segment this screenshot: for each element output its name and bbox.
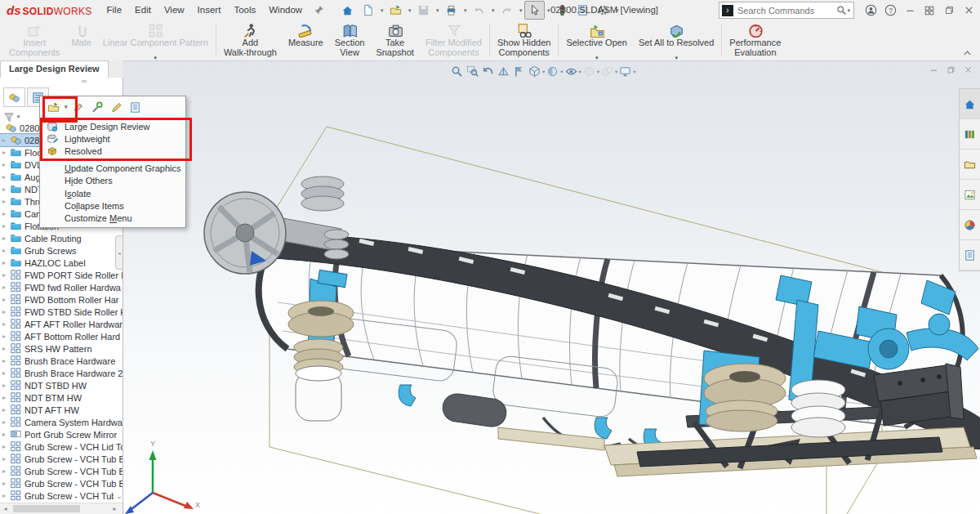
new-document-button[interactable] bbox=[358, 1, 378, 20]
search-dropdown-icon[interactable]: ▾ bbox=[847, 7, 850, 14]
set-all-to-resolved-button[interactable]: Set All to Resolved ▾ bbox=[633, 20, 719, 60]
tree-item[interactable]: ▸ Cable Routing bbox=[0, 232, 122, 244]
tree-item[interactable]: ▸ FWD fwd Roller Hardwa bbox=[0, 281, 122, 293]
select-button[interactable] bbox=[524, 1, 545, 20]
zoom-to-area-button[interactable] bbox=[465, 65, 480, 78]
doc-close-button[interactable] bbox=[960, 63, 977, 77]
filter-modified-components-button[interactable]: Filter Modified Components bbox=[420, 20, 488, 60]
filter-icon[interactable] bbox=[4, 112, 15, 123]
panel-splitter-handle[interactable] bbox=[82, 80, 87, 83]
context-menu-item[interactable]: Customize Menu bbox=[40, 212, 185, 225]
expand-arrow-icon[interactable]: ▸ bbox=[2, 281, 11, 293]
command-search[interactable]: › ▾ bbox=[719, 2, 854, 19]
tree-item[interactable]: ▸ Grub Screw - VCH Lid To bbox=[0, 440, 122, 453]
hide-show-items-button[interactable] bbox=[564, 65, 579, 78]
edit-tools-button[interactable] bbox=[90, 100, 105, 115]
tree-item[interactable]: ▸ FWD PORT Side Roller H bbox=[0, 269, 122, 281]
apply-scene-button[interactable] bbox=[599, 65, 615, 78]
design-library-button[interactable] bbox=[960, 119, 980, 150]
open-component-button[interactable] bbox=[46, 100, 61, 115]
restore-button[interactable] bbox=[939, 1, 959, 20]
scroll-left-icon[interactable]: ◂ bbox=[0, 503, 11, 514]
expand-arrow-icon[interactable]: ▸ bbox=[2, 428, 11, 440]
performance-evaluation-button[interactable]: Performance Evaluation bbox=[724, 20, 786, 60]
menu-edit[interactable]: Edit bbox=[128, 5, 158, 15]
bumper[interactable] bbox=[874, 364, 964, 426]
save-button[interactable] bbox=[413, 1, 434, 20]
pin-icon[interactable] bbox=[314, 5, 324, 16]
open-button[interactable] bbox=[385, 1, 406, 20]
insert-components-button[interactable]: Insert Components bbox=[3, 20, 65, 60]
menu-window[interactable]: Window bbox=[262, 5, 309, 15]
open-component-flyout-icon[interactable]: ▾ bbox=[65, 104, 68, 110]
expand-arrow-icon[interactable]: ▸ bbox=[2, 477, 11, 489]
redo-button[interactable] bbox=[497, 1, 517, 20]
redo-flyout-icon[interactable]: ▾ bbox=[517, 7, 524, 14]
measure-button[interactable]: Measure bbox=[283, 20, 329, 60]
context-menu-item[interactable]: Large Design Review bbox=[40, 120, 185, 132]
component-properties-button[interactable] bbox=[127, 100, 143, 115]
tree-item[interactable]: ▸ Grub Screw - VCH Tub B bbox=[0, 465, 122, 477]
tree-item[interactable]: ▸ Brush Brace Hardware bbox=[0, 355, 122, 367]
air-spring-left[interactable] bbox=[288, 301, 354, 421]
context-menu-item[interactable]: Resolved bbox=[40, 145, 185, 158]
solidworks-resources-button[interactable] bbox=[960, 89, 980, 119]
help-icon[interactable]: ? bbox=[880, 1, 900, 20]
featuremanager-tab[interactable] bbox=[3, 87, 25, 107]
expand-arrow-icon[interactable]: ▸ bbox=[2, 342, 11, 355]
file-explorer-button[interactable] bbox=[960, 150, 980, 180]
expand-arrow-icon[interactable]: ▸ bbox=[2, 453, 11, 465]
section-view-button[interactable] bbox=[496, 65, 511, 78]
search-input[interactable] bbox=[736, 5, 836, 16]
assembly-model[interactable] bbox=[204, 177, 980, 476]
doc-restore-button[interactable] bbox=[942, 63, 960, 77]
menu-insert[interactable]: Insert bbox=[191, 5, 228, 15]
menu-view[interactable]: View bbox=[158, 5, 191, 15]
expand-arrow-icon[interactable]: ▸ bbox=[2, 293, 11, 306]
context-menu-item[interactable]: Hide Others bbox=[40, 175, 185, 187]
section-view-button[interactable]: Section View bbox=[329, 20, 371, 60]
expand-arrow-icon[interactable]: ▸ bbox=[2, 146, 11, 159]
scroll-right-icon[interactable]: ▸ bbox=[109, 503, 120, 514]
context-menu-item[interactable]: Isolate bbox=[40, 187, 185, 199]
expand-arrow-icon[interactable]: ▸ bbox=[2, 404, 11, 416]
collapse-ribbon-icon[interactable] bbox=[963, 48, 972, 58]
previous-view-button[interactable] bbox=[480, 65, 496, 78]
tree-item[interactable]: ▸ Camera System Hardwa bbox=[0, 416, 122, 428]
search-icon[interactable] bbox=[836, 5, 847, 16]
expand-arrow-icon[interactable]: ▸ bbox=[2, 134, 11, 146]
open-flyout-icon[interactable]: ▾ bbox=[406, 7, 413, 14]
zoom-to-fit-button[interactable] bbox=[449, 65, 465, 78]
print-button[interactable] bbox=[441, 1, 461, 20]
tree-item[interactable]: ▸ Brush Brace Hardware 2 bbox=[0, 367, 122, 379]
expand-arrow-icon[interactable]: ▸ bbox=[2, 489, 11, 502]
expand-arrow-icon[interactable]: ▸ bbox=[2, 440, 11, 453]
tree-item[interactable]: ▸ NDT STBD HW bbox=[0, 379, 122, 391]
dynamic-annotation-views-button[interactable] bbox=[511, 65, 527, 78]
expand-arrow-icon[interactable]: ▸ bbox=[2, 391, 11, 404]
expand-arrow-icon[interactable]: ▸ bbox=[2, 195, 11, 208]
selective-open-button[interactable]: Selective Open ▾ bbox=[560, 20, 633, 60]
expand-arrow-icon[interactable]: ▸ bbox=[2, 355, 11, 367]
filter-dropdown-icon[interactable]: ▾ bbox=[15, 114, 22, 120]
expand-arrow-icon[interactable]: ▸ bbox=[2, 318, 11, 330]
insert-mate-button[interactable] bbox=[71, 100, 87, 115]
home-button[interactable] bbox=[337, 1, 358, 20]
expand-arrow-icon[interactable]: ▸ bbox=[2, 208, 11, 220]
add-walk-through-button[interactable]: Add Walk-through bbox=[218, 20, 283, 60]
window-layout-icon[interactable] bbox=[920, 1, 939, 20]
tree-horizontal-scrollbar[interactable]: ◂ ▸ bbox=[0, 503, 122, 514]
view-orientation-button[interactable] bbox=[527, 65, 542, 78]
menu-tools[interactable]: Tools bbox=[227, 5, 262, 15]
tree-item[interactable]: ▸ Grub Screw - VCH Tub B ⌄ bbox=[0, 489, 122, 502]
view-palette-button[interactable] bbox=[960, 180, 980, 210]
save-flyout-icon[interactable]: ▾ bbox=[434, 7, 441, 14]
model-canvas[interactable]: Y X bbox=[122, 61, 980, 514]
view-settings-flyout-icon[interactable]: ▾ bbox=[633, 69, 635, 75]
display-style-button[interactable] bbox=[545, 65, 560, 78]
undo-button[interactable] bbox=[469, 1, 489, 20]
scrollbar-thumb[interactable] bbox=[13, 505, 80, 512]
panel-collapse-handle[interactable]: ◂ bbox=[115, 235, 122, 270]
expand-arrow-icon[interactable]: ▸ bbox=[2, 220, 11, 232]
expand-arrow-icon[interactable]: ▸ bbox=[2, 330, 11, 342]
